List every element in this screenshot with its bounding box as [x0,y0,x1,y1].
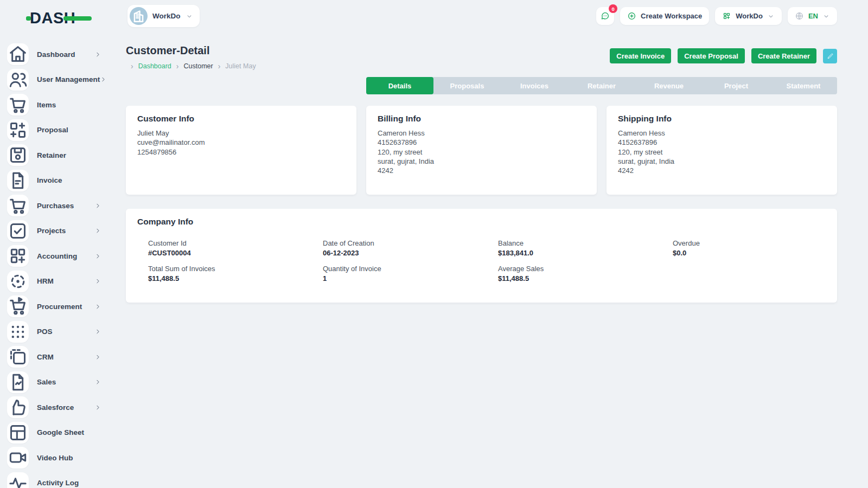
tab[interactable]: Project [703,77,770,94]
info-line: Cameron Hess [618,129,826,138]
language-selector[interactable]: EN [788,7,837,25]
info-line: Cameron Hess [378,129,585,138]
accounting-icon [7,245,29,267]
company-field-value: $0.0 [673,249,826,257]
sidebar-item[interactable]: Items [7,94,113,115]
tab[interactable]: Statement [770,77,837,94]
edit-customer-button[interactable] [823,49,837,63]
create-action-button[interactable]: Create Invoice [610,48,671,63]
sidebar-item[interactable]: Retainer [7,144,113,166]
breadcrumb-label[interactable]: Dashboard [138,62,171,70]
company-info-grid: Customer Id #CUST00004 Date of Creation … [148,239,826,282]
company-field: Quantity of Invoice 1 [323,265,498,282]
info-line: 120, my street [378,147,585,157]
sidebar-item-label: Projects [37,227,66,235]
workspace-dropdown[interactable]: WorkDo [127,5,200,27]
sidebar-item[interactable]: Sales [7,371,113,393]
chevron-right-icon [94,227,101,234]
sidebar-item[interactable]: Accounting [7,245,113,267]
crm-icon [7,346,29,368]
pencil-icon [827,53,834,60]
sidebar-item-label: CRM [37,353,54,361]
home-icon [7,43,29,65]
info-card-lines: Juliet May cuve@mailinator.com 125487985… [137,129,345,157]
google-sheet-icon [7,422,29,444]
company-field-value: 1 [323,274,498,282]
sidebar-item[interactable]: User Management [7,69,113,91]
sidebar-item[interactable]: CRM [7,346,113,368]
info-line: 120, my street [618,147,826,157]
projects-icon [7,220,29,242]
chevron-right-icon [94,404,101,411]
tab[interactable]: Details [366,77,433,94]
company-field: Average Sales $11,488.5 [498,265,673,282]
tab[interactable]: Retainer [568,77,635,94]
sidebar-item[interactable]: POS [7,321,113,343]
sidebar-item[interactable]: Activity Log [7,472,113,488]
company-field-label: Overdue [673,239,826,247]
chevron-right-icon [94,51,101,58]
tab[interactable]: Proposals [433,77,501,94]
purchases-icon [7,195,29,216]
info-line: 1254879856 [137,147,345,157]
sidebar-item[interactable]: Video Hub [7,447,113,468]
sales-icon [7,371,29,393]
breadcrumb-separator: › [218,62,221,70]
activity-log-icon [7,472,29,488]
sidebar-item[interactable]: Salesforce [7,396,113,418]
chevron-down-icon [767,12,775,20]
company-field: Balance $183,841.0 [498,239,673,257]
sidebar-item[interactable]: Invoice [7,170,113,191]
create-workspace-label: Create Workspace [641,12,702,20]
sidebar-item[interactable]: Proposal [7,119,113,141]
topbar-controls: 0 Create Workspace WorkDo EN [596,7,837,25]
tab[interactable]: Invoices [501,77,568,94]
create-workspace-button[interactable]: Create Workspace [620,7,709,25]
sidebar-item-label: Invoice [37,176,62,184]
sidebar-item[interactable]: Dashboard [7,43,113,65]
company-field-value: 06-12-2023 [323,249,498,257]
detail-tabs: Details Proposals Invoices Retainer Reve… [366,77,837,94]
workspace-switcher[interactable]: WorkDo [715,7,782,25]
sidebar-item-label: Proposal [37,126,68,134]
breadcrumb-label[interactable]: Customer [184,62,213,70]
sidebar-item[interactable]: Google Sheet [7,422,113,444]
breadcrumb-item: › Dashboard [126,62,171,70]
info-card: Customer Info Juliet May cuve@mailinator… [126,106,356,195]
sidebar-item-label: POS [37,328,53,336]
info-card-title: Billing Info [378,114,585,124]
sidebar-item[interactable]: Procurement [7,296,113,317]
hrm-icon [7,271,29,292]
info-line: 4242 [378,166,585,175]
company-field-value: $11,488.5 [148,274,323,282]
company-field-value: $11,488.5 [498,274,673,282]
sidebar-item-label: Sales [37,378,56,386]
sidebar-item[interactable]: HRM [7,271,113,292]
messages-button[interactable]: 0 [596,7,614,25]
chevron-right-icon [94,278,101,285]
globe-icon [795,11,804,21]
info-card-title: Shipping Info [618,114,826,124]
breadcrumb: › Dashboard › Customer › Juliet May [126,62,256,70]
create-action-button[interactable]: Create Proposal [678,48,745,63]
company-field-label: Quantity of Invoice [323,265,498,273]
company-field: Overdue $0.0 [673,239,826,257]
sidebar-item[interactable]: Purchases [7,195,113,216]
company-field-value: #CUST00004 [148,249,323,257]
info-card-lines: Cameron Hess 4152637896 120, my street s… [378,129,585,175]
page-actions: Create Invoice Create Proposal Create Re… [610,48,837,63]
breadcrumb-item: › Customer [171,62,213,70]
create-action-button[interactable]: Create Retainer [751,48,816,63]
app-logo[interactable]: DASH [30,9,90,27]
sidebar-item[interactable]: Projects [7,220,113,242]
company-field-label: Date of Creation [323,239,498,247]
company-field: Customer Id #CUST00004 [148,239,323,257]
info-line: surat, gujrat, India [378,157,585,166]
breadcrumb-label[interactable]: Juliet May [225,62,256,70]
info-line: cuve@mailinator.com [137,138,345,147]
grid-plus-icon [722,11,731,21]
tab[interactable]: Revenue [635,77,703,94]
info-line: 4152637896 [618,138,826,147]
salesforce-icon [7,396,29,418]
sidebar: Dashboard User Management Items Proposal… [0,43,113,488]
